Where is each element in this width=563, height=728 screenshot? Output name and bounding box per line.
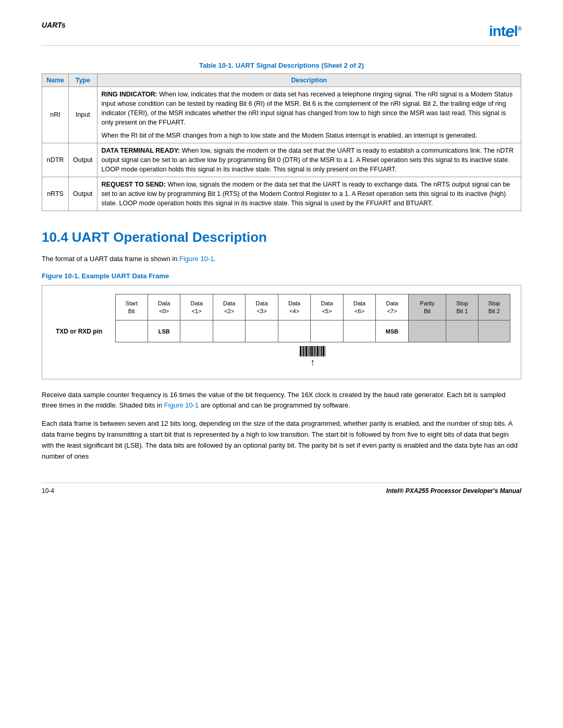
empty-arrow-cell — [53, 342, 115, 368]
col-header-description: Description — [97, 74, 521, 87]
footer-page-number: 10-4 — [42, 487, 54, 495]
signal-description: RING INDICATOR: When low, indicates that… — [97, 87, 521, 143]
frame-signal-cell-5 — [278, 320, 310, 342]
intel-logo: intel® — [489, 21, 521, 40]
logo-text: intel — [489, 23, 518, 39]
page-header: UARTs intel® — [42, 21, 521, 46]
signal-name: nDTR — [42, 143, 69, 177]
signal-table: Name Type Description nRIInputRING INDIC… — [42, 73, 521, 211]
signal-type: Input — [69, 87, 97, 143]
barcode-arrow: ↑ — [300, 346, 325, 367]
frame-signal-cell-11 — [478, 320, 510, 342]
frame-signal-cell-1: LSB — [148, 320, 180, 342]
frame-col-header-5: Data<4> — [278, 294, 310, 320]
barcode-lines — [300, 346, 325, 356]
section-title: UART Operational Description — [72, 229, 267, 245]
frame-col-header-3: Data<2> — [213, 294, 245, 320]
section-label: UARTs — [42, 21, 66, 29]
frame-signal-cell-3 — [213, 320, 245, 342]
signal-name: nRTS — [42, 177, 69, 211]
col-header-name: Name — [42, 74, 69, 87]
signal-description: DATA TERMINAL READY: When low, signals t… — [97, 143, 521, 177]
section-number: 10.4 — [42, 229, 68, 245]
frame-col-header-0: StartBit — [115, 294, 148, 320]
frame-signal-cell-10 — [446, 320, 478, 342]
section-heading: 10.4 UART Operational Description — [42, 229, 521, 245]
body-paragraphs: Receive data sample counter frequency is… — [42, 390, 521, 462]
txd-rxd-label: TXD or RXD pin — [53, 320, 115, 342]
figure-title: Figure 10-1. Example UART Data Frame — [42, 272, 521, 280]
figure-link-body[interactable]: Figure 10-1 — [164, 401, 199, 409]
up-arrow: ↑ — [310, 357, 315, 367]
frame-signal-cell-4 — [246, 320, 278, 342]
table-title: Table 10-1. UART Signal Descriptions (Sh… — [42, 61, 521, 69]
frame-col-header-1: Data<0> — [148, 294, 180, 320]
frame-col-header-8: Data<7> — [376, 294, 408, 320]
table-row: nDTROutputDATA TERMINAL READY: When low,… — [42, 143, 521, 177]
frame-signal-cell-2 — [180, 320, 213, 342]
frame-col-header-7: Data<6> — [343, 294, 375, 320]
frame-empty-label — [53, 294, 115, 320]
frame-signal-cell-6 — [311, 320, 343, 342]
intro-link[interactable]: Figure 10-1 — [179, 255, 214, 263]
frame-diagram: StartBitData<0>Data<1>Data<2>Data<3>Data… — [42, 285, 521, 379]
col-header-type: Type — [69, 74, 97, 87]
frame-signal-cell-0 — [115, 320, 148, 342]
body-paragraph-0: Receive data sample counter frequency is… — [42, 390, 521, 412]
footer-title: Intel® PXA255 Processor Developer's Manu… — [386, 487, 521, 495]
body-paragraph-1: Each data frame is between seven and 12 … — [42, 418, 521, 462]
barcode-cell: ↑ — [115, 342, 510, 368]
signal-description: REQUEST TO SEND: When low, signals the m… — [97, 177, 521, 211]
frame-col-header-6: Data<5> — [311, 294, 343, 320]
signal-type: Output — [69, 143, 97, 177]
table-row: nRIInputRING INDICATOR: When low, indica… — [42, 87, 521, 143]
page-footer: 10-4 Intel® PXA255 Processor Developer's… — [42, 483, 521, 495]
frame-col-header-11: StopBit 2 — [478, 294, 510, 320]
frame-col-headers: StartBitData<0>Data<1>Data<2>Data<3>Data… — [53, 294, 510, 320]
frame-col-header-10: StopBit 1 — [446, 294, 478, 320]
table-row: nRTSOutputREQUEST TO SEND: When low, sig… — [42, 177, 521, 211]
frame-col-header-9: ParityBit — [408, 294, 446, 320]
uart-frame-table: StartBitData<0>Data<1>Data<2>Data<3>Data… — [53, 294, 510, 368]
logo-registered: ® — [518, 26, 521, 32]
frame-signal-cell-9 — [408, 320, 446, 342]
frame-signal-row: TXD or RXD pinLSBMSB — [53, 320, 510, 342]
frame-signal-cell-8: MSB — [376, 320, 408, 342]
frame-signal-cell-7 — [343, 320, 375, 342]
signal-name: nRI — [42, 87, 69, 143]
intro-paragraph: The format of a UART data frame is shown… — [42, 254, 521, 265]
frame-col-header-2: Data<1> — [180, 294, 213, 320]
frame-arrow-row: ↑ — [53, 342, 510, 368]
signal-type: Output — [69, 177, 97, 211]
frame-col-header-4: Data<3> — [246, 294, 278, 320]
